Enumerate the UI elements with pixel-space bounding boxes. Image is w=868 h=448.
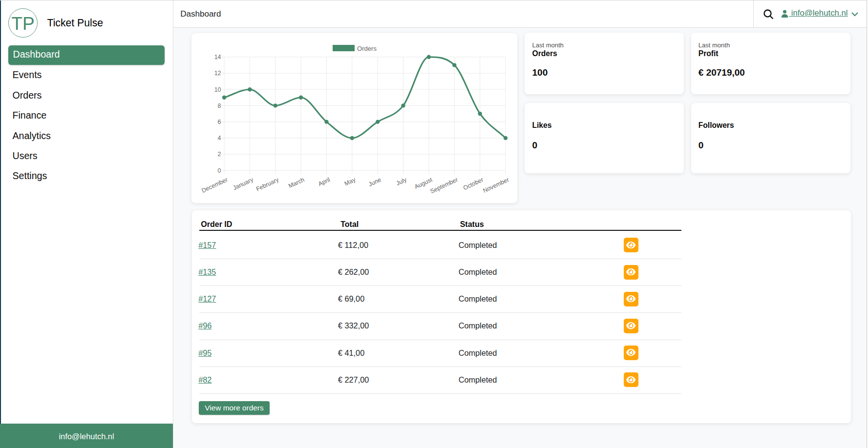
svg-text:July: July	[395, 176, 408, 187]
svg-text:4: 4	[218, 135, 221, 142]
svg-text:April: April	[317, 176, 331, 187]
svg-text:8: 8	[218, 102, 221, 109]
svg-text:June: June	[367, 176, 382, 188]
svg-text:14: 14	[214, 54, 221, 61]
svg-text:October: October	[462, 176, 485, 191]
svg-text:Orders: Orders	[357, 45, 377, 52]
svg-text:May: May	[343, 176, 357, 187]
svg-text:January: January	[232, 176, 255, 192]
svg-text:12: 12	[214, 70, 221, 77]
svg-text:0: 0	[218, 167, 221, 174]
svg-text:6: 6	[218, 119, 221, 125]
svg-text:September: September	[429, 176, 459, 195]
svg-text:10: 10	[214, 86, 221, 93]
svg-text:February: February	[255, 176, 280, 193]
svg-text:March: March	[287, 176, 305, 189]
svg-text:2: 2	[218, 151, 221, 158]
svg-text:December: December	[201, 176, 229, 194]
svg-text:November: November	[482, 176, 510, 194]
